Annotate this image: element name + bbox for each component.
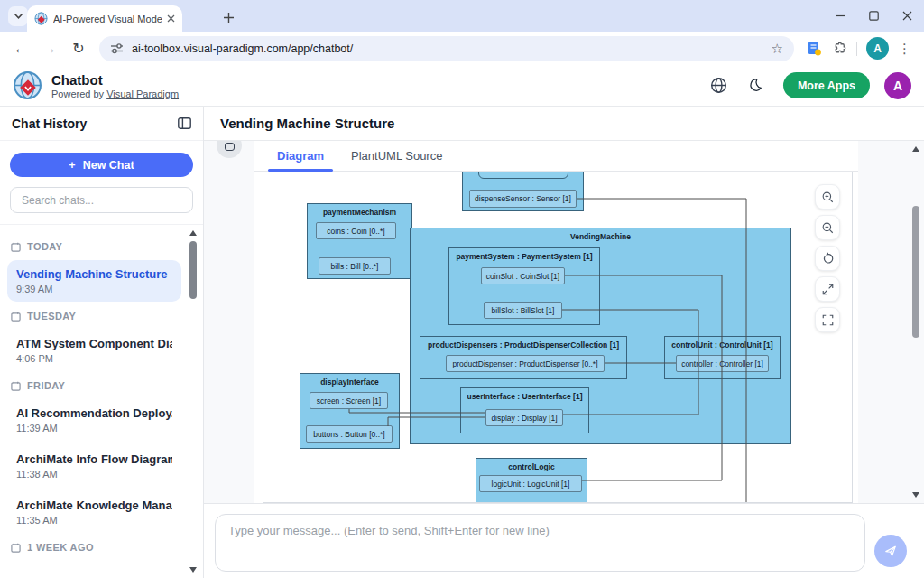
message-input[interactable] <box>215 514 865 572</box>
node-stub <box>478 172 568 179</box>
browser-menu-icon[interactable]: ⋮ <box>898 42 911 55</box>
chat-history-sidebar: Chat History + New Chat TODAYVending Mac… <box>0 107 204 578</box>
chat-group-label: FRIDAY <box>11 380 178 391</box>
chat-list-item-atm-system-component-dia[interactable]: ATM System Component Dia...4:06 PM <box>7 330 181 371</box>
chat-item-time: 11:38 AM <box>16 469 172 480</box>
new-chat-label: New Chat <box>83 159 134 172</box>
tab-title: AI-Powered Visual Modeling Ch <box>53 14 162 24</box>
tab-search-button[interactable] <box>8 6 28 26</box>
url-text: ai-toolbox.visual-paradigm.com/app/chatb… <box>132 42 763 55</box>
calendar-icon <box>11 543 21 553</box>
browser-tab[interactable]: AI-Powered Visual Modeling Ch <box>27 5 182 32</box>
zoom-in-button[interactable] <box>815 184 840 210</box>
chat-list-item-ai-recommendation-deploy[interactable]: AI Recommendation Deploy...11:39 AM <box>7 399 181 441</box>
window-close-button[interactable] <box>891 0 924 32</box>
diagram-port-screen[interactable]: screen : Screen [1] <box>310 392 388 409</box>
chat-list-item-vending-machine-structure[interactable]: Vending Machine Structure9:39 AM <box>7 260 181 302</box>
diagram-port-bills[interactable]: bills : Bill [0..*] <box>319 257 391 275</box>
search-chats-input[interactable] <box>10 187 193 213</box>
reading-list-icon[interactable] <box>807 41 822 56</box>
calendar-icon <box>11 242 21 252</box>
chat-item-title: ArchiMate Knowledge Mana... <box>16 499 172 512</box>
scroll-up-arrow[interactable] <box>189 230 197 236</box>
diagram-port-buttons[interactable]: buttons : Button [0..*] <box>306 425 393 443</box>
scrollbar-thumb[interactable] <box>912 206 919 338</box>
group-label-text: TODAY <box>27 241 62 252</box>
scroll-down-arrow[interactable] <box>912 492 919 498</box>
diagram-viewport[interactable]: paymentMechanismVendingMachinepaymentSys… <box>263 172 853 503</box>
sidebar-scrollbar[interactable] <box>187 228 199 574</box>
forward-button[interactable]: → <box>38 37 61 61</box>
expand-button[interactable] <box>815 276 840 302</box>
app-header: Chatbot Powered by Visual Paradigm More … <box>0 65 924 107</box>
assistant-avatar <box>217 141 242 158</box>
diagram-port-logicunit[interactable]: logicUnit : LogicUnit [1] <box>479 475 582 492</box>
diagram-zoom-controls <box>815 184 840 332</box>
vp-favicon <box>34 12 48 25</box>
window-maximize-button[interactable] <box>857 0 891 32</box>
diagram-port-coins[interactable]: coins : Coin [0..*] <box>316 222 396 239</box>
sidebar-title: Chat History <box>12 117 87 131</box>
page-title: Vending Machine Structure <box>204 107 924 141</box>
browser-tab-strip: AI-Powered Visual Modeling Ch <box>0 0 924 32</box>
node-title: VendingMachine <box>411 228 790 241</box>
diagram-message-card: DiagramPlantUML Source paymentMechanismV… <box>254 141 858 503</box>
chat-item-time: 11:35 AM <box>16 515 172 526</box>
chat-group-label: TODAY <box>11 241 178 252</box>
diagram-port-dispensesensor[interactable]: dispenseSensor : Sensor [1] <box>469 190 577 208</box>
send-button[interactable] <box>874 535 907 567</box>
node-title: productDispensers : ProductDispenserColl… <box>420 337 626 350</box>
diagram-tabs: DiagramPlantUML Source <box>254 141 858 172</box>
node-title: displayInterface <box>300 374 399 387</box>
diagram-port-controller[interactable]: controller : Controller [1] <box>676 355 769 372</box>
chat-item-title: ArchiMate Info Flow Diagram <box>16 452 172 466</box>
new-tab-button[interactable] <box>219 8 237 26</box>
message-composer <box>204 503 924 578</box>
reload-button[interactable]: ↻ <box>67 37 90 61</box>
browser-window: AI-Powered Visual Modeling Ch ← → ↻ ai-t… <box>0 0 924 578</box>
chat-item-title: AI Recommendation Deploy... <box>16 406 172 420</box>
toolbar-separator <box>856 42 857 56</box>
node-title: userInterface : UserInterface [1] <box>461 388 588 401</box>
scroll-up-arrow[interactable] <box>912 146 919 152</box>
window-minimize-button[interactable] <box>824 0 857 32</box>
tab-close-icon[interactable] <box>167 14 175 23</box>
language-globe-icon[interactable] <box>706 72 733 99</box>
extensions-puzzle-icon[interactable] <box>831 41 847 57</box>
back-button[interactable]: ← <box>9 37 32 61</box>
node-title: paymentSystem : PaymentSystem [1] <box>449 248 599 261</box>
scrollbar-thumb[interactable] <box>189 241 197 299</box>
zoom-out-button[interactable] <box>815 215 840 240</box>
collapse-sidebar-icon[interactable] <box>178 117 191 129</box>
scroll-down-arrow[interactable] <box>189 567 197 573</box>
chat-list-item-archimate-info-flow-diagram[interactable]: ArchiMate Info Flow Diagram11:38 AM <box>7 445 181 487</box>
chat-list-item-archimate-knowledge-mana[interactable]: ArchiMate Knowledge Mana...11:35 AM <box>7 491 181 533</box>
group-label-text: FRIDAY <box>27 380 65 391</box>
bookmark-star-icon[interactable]: ☆ <box>772 41 783 57</box>
fullscreen-button[interactable] <box>815 307 840 332</box>
user-avatar[interactable]: A <box>884 72 911 99</box>
powered-by: Powered by Visual Paradigm <box>51 89 179 99</box>
diagram-port-billslot[interactable]: billSlot : BillSlot [1] <box>484 302 562 319</box>
more-apps-button[interactable]: More Apps <box>783 72 870 98</box>
chat-item-time: 4:06 PM <box>16 353 172 364</box>
url-bar[interactable]: ai-toolbox.visual-paradigm.com/app/chatb… <box>99 36 794 61</box>
browser-toolbar: ← → ↻ ai-toolbox.visual-paradigm.com/app… <box>0 32 924 65</box>
diagram-port-display[interactable]: display : Display [1] <box>485 409 563 426</box>
diagram-port-productdispenser[interactable]: productDispenser : ProductDispenser [0..… <box>446 355 605 372</box>
diagram-port-coinslot[interactable]: coinSlot : CoinSlot [1] <box>481 267 565 284</box>
tab-diagram[interactable]: Diagram <box>268 141 333 171</box>
tab-plantuml-source[interactable]: PlantUML Source <box>342 141 451 171</box>
reset-view-button[interactable] <box>815 246 840 271</box>
plus-icon: + <box>69 159 75 172</box>
new-chat-button[interactable]: + New Chat <box>10 153 193 177</box>
visual-paradigm-logo <box>13 70 42 100</box>
chat-content-area: DiagramPlantUML Source paymentMechanismV… <box>204 141 924 503</box>
browser-profile-avatar[interactable]: A <box>866 37 889 60</box>
dark-mode-moon-icon[interactable] <box>742 72 769 99</box>
content-scrollbar[interactable] <box>910 144 922 499</box>
calendar-icon <box>11 381 21 391</box>
chat-list: TODAYVending Machine Structure9:39 AMTUE… <box>0 224 203 578</box>
visual-paradigm-link[interactable]: Visual Paradigm <box>106 89 179 99</box>
site-settings-icon <box>110 42 124 54</box>
